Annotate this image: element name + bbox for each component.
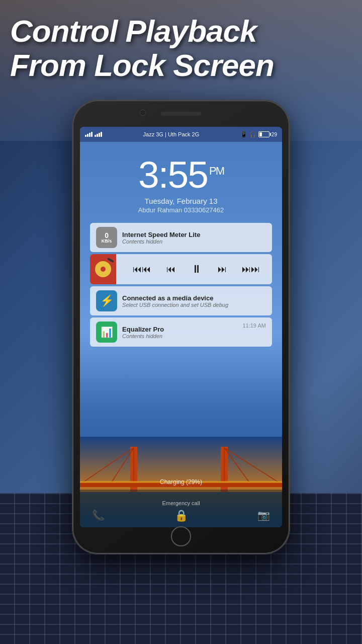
usb-subtitle: Select USB connection and set USB debug bbox=[122, 302, 266, 308]
signal-bar bbox=[99, 133, 100, 137]
time-main: 3:55PM bbox=[138, 156, 224, 194]
phone-home-button[interactable] bbox=[171, 526, 191, 546]
screen-content: Jazz 3G | Uth Pack 2G 📱 🎧 29 bbox=[80, 127, 282, 527]
speed-meter-text: Internet Speed Meter Lite Contents hidde… bbox=[122, 231, 266, 245]
status-right: 📱 🎧 29 bbox=[240, 131, 277, 138]
music-controls: ⏮⏮ ⏮ ⏸ ⏭ ⏭⏭ bbox=[121, 254, 272, 284]
equalizer-text: Equalizer Pro Contents hidden bbox=[122, 326, 237, 339]
battery-fill bbox=[259, 132, 262, 136]
usb-title: Connected as a media device bbox=[122, 294, 266, 302]
phone-speaker bbox=[161, 112, 201, 116]
signal-bars-2 bbox=[95, 132, 102, 137]
time-display: 3:55PM Tuesday, February 13 Abdur Rahman… bbox=[138, 156, 224, 214]
charging-text: Charging (29%) bbox=[160, 478, 202, 486]
speed-icon-unit: KB/s bbox=[102, 239, 112, 244]
emergency-call-text: Emergency call bbox=[162, 500, 200, 506]
battery-icon bbox=[258, 131, 269, 137]
vinyl-icon bbox=[95, 261, 111, 277]
lock-screen-owner: Abdur Rahman 03330627462 bbox=[138, 206, 224, 214]
signal-bar bbox=[91, 132, 93, 137]
headline-line2: From Lock Screen bbox=[10, 48, 274, 83]
lock-icon: 🔒 bbox=[174, 509, 188, 522]
pause-button[interactable]: ⏸ bbox=[189, 261, 204, 278]
next-button[interactable]: ⏭ bbox=[216, 262, 229, 277]
headphone-icon: 🎧 bbox=[249, 131, 256, 138]
headline-text: Control Playback From Lock Screen bbox=[10, 14, 352, 83]
bottom-icons-row: 📞 🔒 📷 bbox=[80, 509, 282, 522]
signal-bar bbox=[95, 135, 96, 137]
equalizer-subtitle: Contents hidden bbox=[122, 333, 237, 339]
bridge-background: Charging (29%) Emergency call 📞 🔒 📷 bbox=[80, 437, 282, 527]
usb-text: Connected as a media device Select USB c… bbox=[122, 294, 266, 308]
signal-bars-1 bbox=[85, 132, 93, 137]
phone-icon: 📱 bbox=[240, 131, 247, 138]
equalizer-title: Equalizer Pro bbox=[122, 326, 237, 333]
signal-bar bbox=[85, 135, 86, 137]
phone-outer-shell: Jazz 3G | Uth Pack 2G 📱 🎧 29 bbox=[73, 101, 289, 553]
phone-camera bbox=[140, 110, 146, 116]
status-left bbox=[85, 132, 102, 137]
time-value: 3:55 bbox=[138, 153, 208, 196]
screen-bottom: Charging (29%) Emergency call 📞 🔒 📷 bbox=[80, 437, 282, 527]
equalizer-time: 11:19 AM bbox=[242, 323, 265, 329]
speed-meter-title: Internet Speed Meter Lite bbox=[122, 231, 266, 238]
notification-equalizer[interactable]: 📊 Equalizer Pro Contents hidden 11:19 AM bbox=[90, 317, 272, 347]
usb-icon: ⚡ bbox=[96, 290, 117, 311]
status-bar: Jazz 3G | Uth Pack 2G 📱 🎧 29 bbox=[80, 127, 282, 142]
lock-screen-date: Tuesday, February 13 bbox=[138, 197, 224, 205]
vinyl-arm bbox=[107, 258, 114, 263]
headline-line1: Control Playback bbox=[10, 14, 256, 48]
music-player-icon-area bbox=[90, 254, 116, 284]
notification-speed-meter[interactable]: 0 KB/s Internet Speed Meter Lite Content… bbox=[90, 223, 272, 252]
speed-icon-zero: 0 bbox=[105, 232, 109, 239]
notification-usb[interactable]: ⚡ Connected as a media device Select USB… bbox=[90, 286, 272, 315]
lock-screen: 3:55PM Tuesday, February 13 Abdur Rahman… bbox=[80, 142, 282, 527]
phone-device: Jazz 3G | Uth Pack 2G 📱 🎧 29 bbox=[73, 101, 289, 553]
time-period: PM bbox=[209, 165, 224, 177]
prev-button[interactable]: ⏮ bbox=[164, 262, 177, 277]
carrier1-label: Jazz 3G bbox=[143, 131, 163, 137]
signal-bar bbox=[97, 134, 98, 137]
speed-meter-icon: 0 KB/s bbox=[96, 227, 117, 248]
speed-meter-subtitle: Contents hidden bbox=[122, 238, 266, 245]
equalizer-icon: 📊 bbox=[96, 321, 117, 343]
signal-bar bbox=[89, 133, 90, 137]
prev-prev-button[interactable]: ⏮⏮ bbox=[131, 262, 153, 277]
notification-music-player[interactable]: ⏮⏮ ⏮ ⏸ ⏭ ⏭⏭ bbox=[90, 254, 272, 284]
status-carrier: Jazz 3G | Uth Pack 2G bbox=[143, 131, 200, 137]
notifications-list: 0 KB/s Internet Speed Meter Lite Content… bbox=[90, 223, 272, 347]
usb-symbol: ⚡ bbox=[100, 294, 114, 307]
phone-screen: Jazz 3G | Uth Pack 2G 📱 🎧 29 bbox=[80, 127, 282, 527]
phone-bottom-icon: 📞 bbox=[92, 509, 105, 522]
camera-bottom-icon: 📷 bbox=[257, 509, 270, 522]
carrier2-label: Uth Pack 2G bbox=[168, 131, 199, 137]
signal-bar bbox=[87, 134, 88, 137]
signal-bar bbox=[101, 132, 102, 137]
carrier-separator: | bbox=[165, 131, 166, 137]
next-next-button[interactable]: ⏭⏭ bbox=[240, 262, 262, 277]
battery-percent: 29 bbox=[272, 132, 277, 137]
